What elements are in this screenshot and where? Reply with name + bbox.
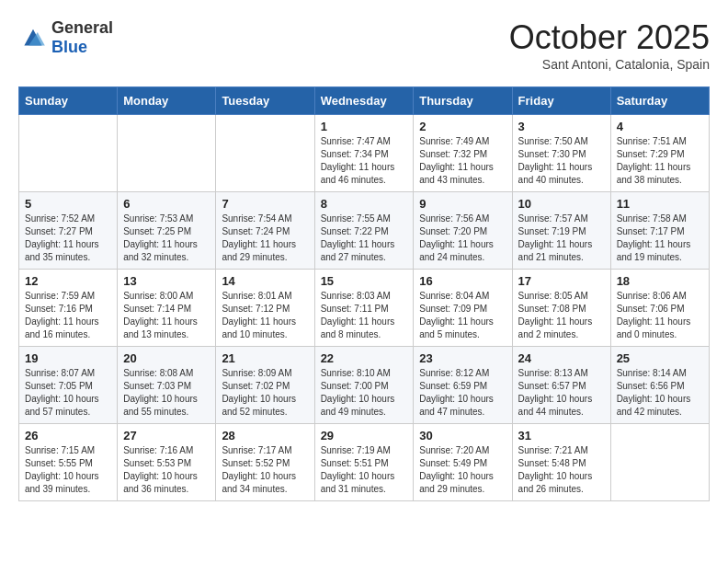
day-number: 23 xyxy=(419,351,506,365)
day-number: 30 xyxy=(419,429,506,442)
day-number: 19 xyxy=(25,351,111,365)
calendar-cell: 6Sunrise: 7:53 AM Sunset: 7:25 PM Daylig… xyxy=(118,192,216,270)
day-number: 20 xyxy=(123,351,210,365)
month-title: October 2025 xyxy=(509,18,710,57)
day-number: 12 xyxy=(25,274,111,288)
cell-content: Sunrise: 8:09 AM Sunset: 7:02 PM Dayligh… xyxy=(222,367,308,419)
weekday-header-wednesday: Wednesday xyxy=(314,87,414,115)
cell-content: Sunrise: 7:50 AM Sunset: 7:30 PM Dayligh… xyxy=(518,135,605,187)
cell-content: Sunrise: 7:59 AM Sunset: 7:16 PM Dayligh… xyxy=(25,290,111,341)
cell-content: Sunrise: 8:01 AM Sunset: 7:12 PM Dayligh… xyxy=(222,290,308,341)
cell-content: Sunrise: 7:58 AM Sunset: 7:17 PM Dayligh… xyxy=(617,213,703,264)
day-number: 10 xyxy=(518,197,605,211)
calendar-cell: 16Sunrise: 8:04 AM Sunset: 7:09 PM Dayli… xyxy=(414,270,512,347)
day-number: 15 xyxy=(321,274,408,288)
logo-general-text: General xyxy=(51,18,113,37)
calendar-cell xyxy=(216,115,314,192)
location-text: Sant Antoni, Catalonia, Spain xyxy=(509,57,710,72)
calendar-cell: 21Sunrise: 8:09 AM Sunset: 7:02 PM Dayli… xyxy=(216,347,314,424)
calendar-cell: 8Sunrise: 7:55 AM Sunset: 7:22 PM Daylig… xyxy=(314,192,414,270)
day-number: 5 xyxy=(25,197,111,211)
calendar-cell: 3Sunrise: 7:50 AM Sunset: 7:30 PM Daylig… xyxy=(512,115,610,192)
day-number: 21 xyxy=(222,351,308,365)
cell-content: Sunrise: 7:17 AM Sunset: 5:52 PM Dayligh… xyxy=(222,444,308,496)
cell-content: Sunrise: 7:16 AM Sunset: 5:53 PM Dayligh… xyxy=(123,444,210,496)
cell-content: Sunrise: 7:15 AM Sunset: 5:55 PM Dayligh… xyxy=(25,444,111,496)
calendar-cell: 19Sunrise: 8:07 AM Sunset: 7:05 PM Dayli… xyxy=(19,347,118,424)
calendar-week-3: 12Sunrise: 7:59 AM Sunset: 7:16 PM Dayli… xyxy=(19,270,710,347)
calendar-week-2: 5Sunrise: 7:52 AM Sunset: 7:27 PM Daylig… xyxy=(19,192,710,270)
cell-content: Sunrise: 8:03 AM Sunset: 7:11 PM Dayligh… xyxy=(321,290,408,341)
cell-content: Sunrise: 8:10 AM Sunset: 7:00 PM Dayligh… xyxy=(321,367,408,419)
cell-content: Sunrise: 7:55 AM Sunset: 7:22 PM Dayligh… xyxy=(321,213,408,264)
weekday-header-sunday: Sunday xyxy=(19,87,118,115)
cell-content: Sunrise: 7:57 AM Sunset: 7:19 PM Dayligh… xyxy=(518,213,605,264)
cell-content: Sunrise: 8:06 AM Sunset: 7:06 PM Dayligh… xyxy=(617,290,703,341)
day-number: 18 xyxy=(617,274,703,288)
calendar-cell: 27Sunrise: 7:16 AM Sunset: 5:53 PM Dayli… xyxy=(118,424,216,501)
weekday-header-friday: Friday xyxy=(512,87,610,115)
day-number: 25 xyxy=(617,351,703,365)
day-number: 4 xyxy=(617,120,703,133)
logo: General Blue xyxy=(18,18,113,57)
day-number: 13 xyxy=(123,274,210,288)
cell-content: Sunrise: 8:14 AM Sunset: 6:56 PM Dayligh… xyxy=(617,367,703,419)
cell-content: Sunrise: 7:53 AM Sunset: 7:25 PM Dayligh… xyxy=(123,213,210,264)
calendar-cell xyxy=(610,424,709,501)
cell-content: Sunrise: 7:20 AM Sunset: 5:49 PM Dayligh… xyxy=(419,444,506,496)
calendar-cell: 12Sunrise: 7:59 AM Sunset: 7:16 PM Dayli… xyxy=(19,270,118,347)
cell-content: Sunrise: 8:04 AM Sunset: 7:09 PM Dayligh… xyxy=(419,290,506,341)
calendar-cell: 30Sunrise: 7:20 AM Sunset: 5:49 PM Dayli… xyxy=(414,424,512,501)
day-number: 9 xyxy=(419,197,506,211)
weekday-header-thursday: Thursday xyxy=(414,87,512,115)
cell-content: Sunrise: 7:56 AM Sunset: 7:20 PM Dayligh… xyxy=(419,213,506,264)
title-block: October 2025 Sant Antoni, Catalonia, Spa… xyxy=(509,18,710,72)
day-number: 31 xyxy=(518,429,605,442)
calendar-cell: 15Sunrise: 8:03 AM Sunset: 7:11 PM Dayli… xyxy=(314,270,414,347)
logo-icon xyxy=(18,25,48,51)
weekday-header-tuesday: Tuesday xyxy=(216,87,314,115)
cell-content: Sunrise: 8:13 AM Sunset: 6:57 PM Dayligh… xyxy=(518,367,605,419)
cell-content: Sunrise: 7:19 AM Sunset: 5:51 PM Dayligh… xyxy=(321,444,408,496)
weekday-header-saturday: Saturday xyxy=(610,87,709,115)
calendar-table: SundayMondayTuesdayWednesdayThursdayFrid… xyxy=(18,86,710,501)
logo-blue-text: Blue xyxy=(51,38,87,56)
calendar-cell: 5Sunrise: 7:52 AM Sunset: 7:27 PM Daylig… xyxy=(19,192,118,270)
calendar-week-5: 26Sunrise: 7:15 AM Sunset: 5:55 PM Dayli… xyxy=(19,424,710,501)
calendar-week-4: 19Sunrise: 8:07 AM Sunset: 7:05 PM Dayli… xyxy=(19,347,710,424)
calendar-cell: 31Sunrise: 7:21 AM Sunset: 5:48 PM Dayli… xyxy=(512,424,610,501)
day-number: 26 xyxy=(25,429,111,442)
cell-content: Sunrise: 7:49 AM Sunset: 7:32 PM Dayligh… xyxy=(419,135,506,187)
calendar-cell: 26Sunrise: 7:15 AM Sunset: 5:55 PM Dayli… xyxy=(19,424,118,501)
calendar-week-1: 1Sunrise: 7:47 AM Sunset: 7:34 PM Daylig… xyxy=(19,115,710,192)
cell-content: Sunrise: 7:51 AM Sunset: 7:29 PM Dayligh… xyxy=(617,135,703,187)
cell-content: Sunrise: 8:00 AM Sunset: 7:14 PM Dayligh… xyxy=(123,290,210,341)
cell-content: Sunrise: 8:12 AM Sunset: 6:59 PM Dayligh… xyxy=(419,367,506,419)
calendar-cell: 9Sunrise: 7:56 AM Sunset: 7:20 PM Daylig… xyxy=(414,192,512,270)
day-number: 24 xyxy=(518,351,605,365)
calendar-cell: 18Sunrise: 8:06 AM Sunset: 7:06 PM Dayli… xyxy=(610,270,709,347)
day-number: 17 xyxy=(518,274,605,288)
day-number: 3 xyxy=(518,120,605,133)
cell-content: Sunrise: 7:21 AM Sunset: 5:48 PM Dayligh… xyxy=(518,444,605,496)
weekday-header-row: SundayMondayTuesdayWednesdayThursdayFrid… xyxy=(19,87,710,115)
day-number: 1 xyxy=(321,120,408,133)
calendar-cell: 28Sunrise: 7:17 AM Sunset: 5:52 PM Dayli… xyxy=(216,424,314,501)
calendar-cell: 24Sunrise: 8:13 AM Sunset: 6:57 PM Dayli… xyxy=(512,347,610,424)
page-header: General Blue October 2025 Sant Antoni, C… xyxy=(18,18,710,72)
cell-content: Sunrise: 7:47 AM Sunset: 7:34 PM Dayligh… xyxy=(321,135,408,187)
day-number: 16 xyxy=(419,274,506,288)
calendar-cell: 25Sunrise: 8:14 AM Sunset: 6:56 PM Dayli… xyxy=(610,347,709,424)
calendar-cell: 2Sunrise: 7:49 AM Sunset: 7:32 PM Daylig… xyxy=(414,115,512,192)
calendar-cell: 7Sunrise: 7:54 AM Sunset: 7:24 PM Daylig… xyxy=(216,192,314,270)
calendar-cell: 23Sunrise: 8:12 AM Sunset: 6:59 PM Dayli… xyxy=(414,347,512,424)
calendar-cell xyxy=(118,115,216,192)
day-number: 14 xyxy=(222,274,308,288)
calendar-cell: 22Sunrise: 8:10 AM Sunset: 7:00 PM Dayli… xyxy=(314,347,414,424)
calendar-cell: 20Sunrise: 8:08 AM Sunset: 7:03 PM Dayli… xyxy=(118,347,216,424)
day-number: 27 xyxy=(123,429,210,442)
day-number: 22 xyxy=(321,351,408,365)
cell-content: Sunrise: 7:54 AM Sunset: 7:24 PM Dayligh… xyxy=(222,213,308,264)
calendar-cell: 13Sunrise: 8:00 AM Sunset: 7:14 PM Dayli… xyxy=(118,270,216,347)
day-number: 29 xyxy=(321,429,408,442)
